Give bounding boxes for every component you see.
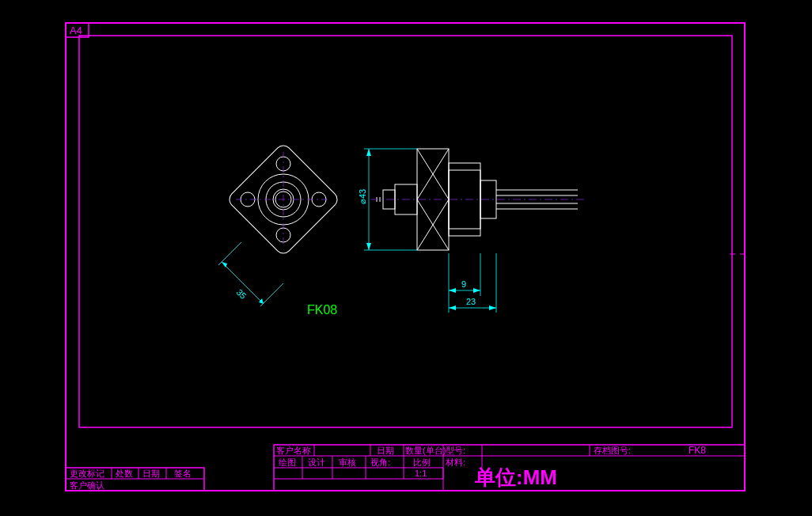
tb-date-l: 日期 <box>142 469 160 478</box>
left-view: 35 <box>218 142 340 306</box>
outer-border <box>66 23 745 491</box>
svg-marker-39 <box>366 243 371 250</box>
tb-scale: 1:1 <box>415 469 427 478</box>
tb-view: 视角: <box>370 457 390 467</box>
part-label: FK08 <box>307 303 337 317</box>
dim-left-diagonal: 35 <box>235 287 249 301</box>
tb-count: 处数 <box>116 469 133 478</box>
svg-marker-44 <box>449 288 456 293</box>
tb-change-mark: 更改标记 <box>70 469 104 478</box>
svg-marker-47 <box>449 305 456 310</box>
dim-horizontal: 9 23 <box>449 253 496 313</box>
paper-size-label: A4 <box>70 25 82 36</box>
tb-customer-confirm: 客户确认 <box>70 480 104 490</box>
tb-date: 日期 <box>377 446 394 455</box>
tb-review: 审核 <box>339 457 356 467</box>
tb-material: 材料: <box>445 457 465 467</box>
inner-border <box>79 36 732 427</box>
title-block: 更改标记 处数 日期 签名 客户确认 客户名称 日期 数量(单台) 型号: 存档… <box>66 445 745 491</box>
tb-scale-lbl: 比例 <box>413 457 431 467</box>
tb-model: 型号: <box>446 446 465 455</box>
tb-units: 单位:MM <box>474 465 557 489</box>
tb-design: 设计 <box>308 457 325 467</box>
svg-marker-17 <box>259 298 264 304</box>
dim-height-label: ⌀43 <box>358 189 367 204</box>
svg-marker-48 <box>489 305 496 310</box>
tb-archive: 存档图号: <box>594 446 631 455</box>
tb-customer-name: 客户名称 <box>276 446 311 455</box>
tb-draw: 绘图 <box>279 457 296 467</box>
tb-sign: 签名 <box>174 469 192 478</box>
drawing-canvas: A4 35 FK08 <box>0 0 812 516</box>
tb-archive-value: FK8 <box>689 445 706 456</box>
svg-marker-45 <box>473 288 480 293</box>
right-view <box>370 149 586 250</box>
svg-marker-38 <box>366 149 371 156</box>
dim-short-h: 9 <box>461 279 466 289</box>
svg-line-13 <box>218 242 241 265</box>
tb-qty: 数量(单台) <box>405 446 446 455</box>
svg-line-14 <box>260 283 283 306</box>
dim-long-h: 23 <box>466 297 476 306</box>
